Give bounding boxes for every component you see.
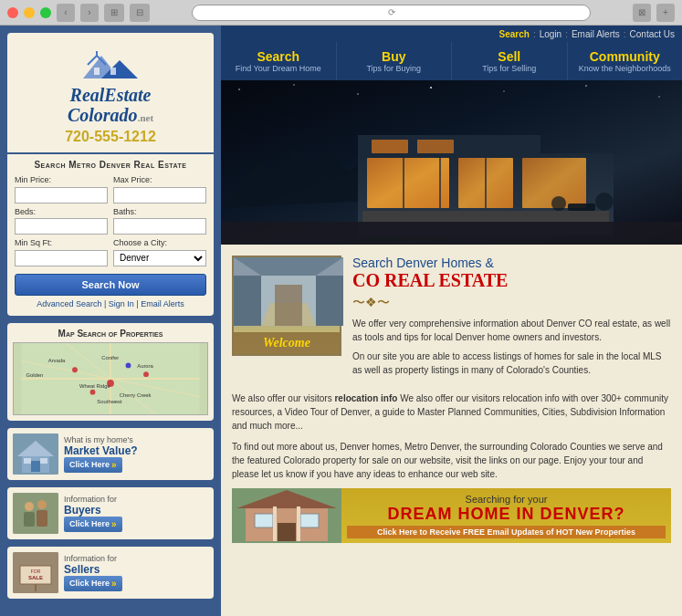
svg-rect-74 bbox=[300, 514, 319, 527]
buyers-box: Information for Buyers Click Here » bbox=[7, 487, 214, 539]
content-para-4: To find out more about us, Denver homes,… bbox=[232, 440, 671, 481]
svg-rect-31 bbox=[24, 512, 35, 527]
form-links: Advanced Search | Sign In | Email Alerts bbox=[15, 299, 206, 308]
buyers-main-label: Buyers bbox=[64, 504, 208, 517]
baths-field: Baths: bbox=[113, 207, 206, 235]
svg-text:Conifer: Conifer bbox=[101, 354, 119, 360]
map-search-title: Map Search of Properties bbox=[13, 329, 208, 339]
svg-point-41 bbox=[293, 84, 295, 86]
svg-rect-29 bbox=[13, 493, 58, 534]
market-value-main-label: Market Value? bbox=[64, 444, 208, 457]
back-button[interactable]: ‹ bbox=[57, 4, 75, 22]
sqft-input[interactable] bbox=[15, 250, 108, 266]
sign-in-link[interactable]: Sign In bbox=[109, 299, 134, 308]
nav-buy-label: Buy bbox=[382, 49, 405, 64]
svg-point-30 bbox=[25, 502, 34, 511]
content-top-section: Welcome Search Denver Homes & CO REAL ES… bbox=[232, 256, 671, 382]
svg-point-62 bbox=[595, 193, 614, 211]
svg-rect-33 bbox=[37, 510, 47, 527]
svg-text:SALE: SALE bbox=[28, 575, 43, 580]
sellers-content: Information for Sellers Click Here » bbox=[64, 554, 208, 591]
maximize-button[interactable] bbox=[40, 7, 51, 18]
svg-rect-76 bbox=[273, 506, 277, 541]
url-bar[interactable]: ⟳ bbox=[192, 5, 591, 21]
svg-rect-4 bbox=[110, 68, 116, 75]
nav-sell-sub: Tips for Selling bbox=[482, 64, 536, 73]
beds-input[interactable] bbox=[15, 218, 108, 235]
beds-label: Beds: bbox=[15, 207, 108, 216]
svg-rect-59 bbox=[362, 211, 609, 222]
beds-field: Beds: bbox=[15, 207, 108, 235]
dream-home-text: Searching for your DREAM HOME IN DENVER?… bbox=[341, 488, 671, 543]
nav-community[interactable]: Community Know the Neighborhoods bbox=[568, 42, 683, 80]
baths-input[interactable] bbox=[113, 218, 206, 235]
new-tab-button[interactable]: + bbox=[656, 4, 675, 22]
map-search-area: Map Search of Properties bbox=[7, 323, 214, 421]
content-bottom: We also offer our visitors relocation in… bbox=[232, 392, 671, 543]
grid-button[interactable]: ⊟ bbox=[130, 4, 150, 22]
beds-baths-row: Beds: Baths: bbox=[15, 207, 206, 235]
svg-point-42 bbox=[357, 93, 359, 95]
max-price-input[interactable] bbox=[113, 187, 206, 204]
top-nav-bar: Search : Login : Email Alerts : Contact … bbox=[221, 26, 682, 42]
svg-rect-75 bbox=[278, 523, 296, 541]
market-value-box: What is my home's Market Value? Click He… bbox=[7, 428, 214, 480]
forward-button[interactable]: › bbox=[80, 4, 99, 22]
nav-sell[interactable]: Sell Tips for Selling bbox=[452, 42, 568, 80]
advanced-search-link[interactable]: Advanced Search bbox=[37, 299, 101, 308]
svg-text:Arvada: Arvada bbox=[48, 358, 66, 363]
svg-text:Cherry Creek: Cherry Creek bbox=[120, 392, 152, 397]
svg-text:Southwest: Southwest bbox=[97, 399, 122, 404]
market-value-btn[interactable]: Click Here » bbox=[64, 457, 122, 473]
dream-home-section: Searching for your DREAM HOME IN DENVER?… bbox=[232, 488, 671, 543]
topnav-contact[interactable]: Contact Us bbox=[630, 29, 675, 39]
nav-sell-label: Sell bbox=[498, 49, 520, 64]
svg-point-32 bbox=[37, 500, 47, 509]
svg-text:FOR: FOR bbox=[31, 569, 41, 574]
dream-home-image bbox=[232, 488, 341, 543]
topnav-email-alerts[interactable]: Email Alerts bbox=[572, 29, 620, 39]
dream-cta-button[interactable]: Click Here to Receive FREE Email Updates… bbox=[347, 526, 666, 538]
para3-inline: We also offer our visitors relocation in… bbox=[232, 393, 668, 431]
topnav-login[interactable]: Login bbox=[540, 29, 561, 39]
sellers-small-label: Information for bbox=[64, 554, 208, 563]
svg-rect-56 bbox=[372, 140, 408, 153]
section-heading: Search Denver Homes & CO REAL ESTATE bbox=[352, 256, 671, 291]
nav-community-label: Community bbox=[590, 49, 660, 64]
city-select[interactable]: Denver bbox=[113, 250, 206, 266]
svg-point-15 bbox=[126, 362, 131, 368]
nav-buy[interactable]: Buy Tips for Buying bbox=[337, 42, 453, 80]
nav-search[interactable]: Search Find Your Dream Home bbox=[221, 42, 337, 80]
buyers-btn[interactable]: Click Here » bbox=[64, 517, 122, 532]
svg-point-46 bbox=[658, 96, 660, 98]
svg-point-44 bbox=[503, 90, 505, 92]
svg-text:Wheat Ridge: Wheat Ridge bbox=[79, 382, 110, 388]
nav-search-label: Search bbox=[257, 49, 299, 64]
search-now-button[interactable]: Search Now bbox=[15, 274, 206, 296]
flip-button[interactable]: ⊞ bbox=[104, 4, 124, 22]
market-value-small-label: What is my home's bbox=[64, 435, 208, 444]
svg-rect-28 bbox=[40, 458, 47, 464]
svg-point-40 bbox=[238, 89, 240, 90]
main-nav: Search Find Your Dream Home Buy Tips for… bbox=[221, 42, 682, 80]
welcome-image: Welcome bbox=[232, 256, 341, 356]
svg-point-11 bbox=[72, 367, 78, 372]
svg-point-13 bbox=[143, 371, 149, 377]
min-price-input[interactable] bbox=[15, 187, 108, 204]
sqft-label: Min Sq Ft: bbox=[15, 238, 108, 247]
share-button[interactable]: ⊠ bbox=[633, 4, 651, 22]
content-body: Welcome Search Denver Homes & CO REAL ES… bbox=[221, 245, 682, 616]
sellers-btn[interactable]: Click Here » bbox=[64, 576, 122, 591]
content-para-2: On our site you are able to access listi… bbox=[352, 350, 671, 377]
minimize-button[interactable] bbox=[24, 7, 35, 18]
email-alerts-link[interactable]: Email Alerts bbox=[141, 299, 184, 308]
browser-chrome: ‹ › ⊞ ⊟ ⟳ ⊠ + bbox=[0, 0, 682, 26]
main-container: RealEstate Colorado.net 720-555-1212 Sea… bbox=[0, 26, 682, 616]
svg-point-43 bbox=[430, 87, 432, 89]
phone-number: 720-555-1212 bbox=[15, 129, 206, 145]
close-button[interactable] bbox=[7, 7, 18, 18]
max-price-field: Max Price: bbox=[113, 175, 206, 204]
svg-rect-77 bbox=[297, 506, 300, 541]
topnav-search[interactable]: Search bbox=[499, 29, 530, 39]
map-placeholder[interactable]: Arvada Conifer Aurora Wheat Ridge Southw… bbox=[13, 342, 208, 415]
